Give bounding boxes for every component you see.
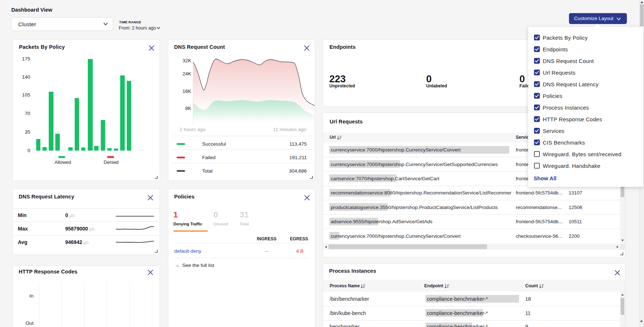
svg-text:Allowed: Allowed [55, 159, 71, 165]
svg-text:35: 35 [25, 129, 30, 135]
svg-text:Out: Out [25, 320, 34, 326]
svg-text:70: 70 [25, 111, 30, 116]
svg-text:175: 175 [22, 56, 30, 62]
svg-text:2 hours ago: 2 hours ago [180, 127, 205, 132]
svg-text:24K: 24K [182, 71, 191, 76]
svg-text:Denied: Denied [103, 159, 118, 165]
svg-text:16K: 16K [182, 88, 191, 94]
svg-text:8K: 8K [185, 106, 191, 111]
svg-text:32K: 32K [182, 58, 191, 63]
svg-text:140: 140 [22, 74, 30, 80]
svg-text:In: In [30, 293, 34, 299]
svg-text:0: 0 [27, 148, 30, 153]
svg-text:105: 105 [22, 92, 30, 98]
svg-text:11 minutes ago: 11 minutes ago [273, 127, 306, 132]
